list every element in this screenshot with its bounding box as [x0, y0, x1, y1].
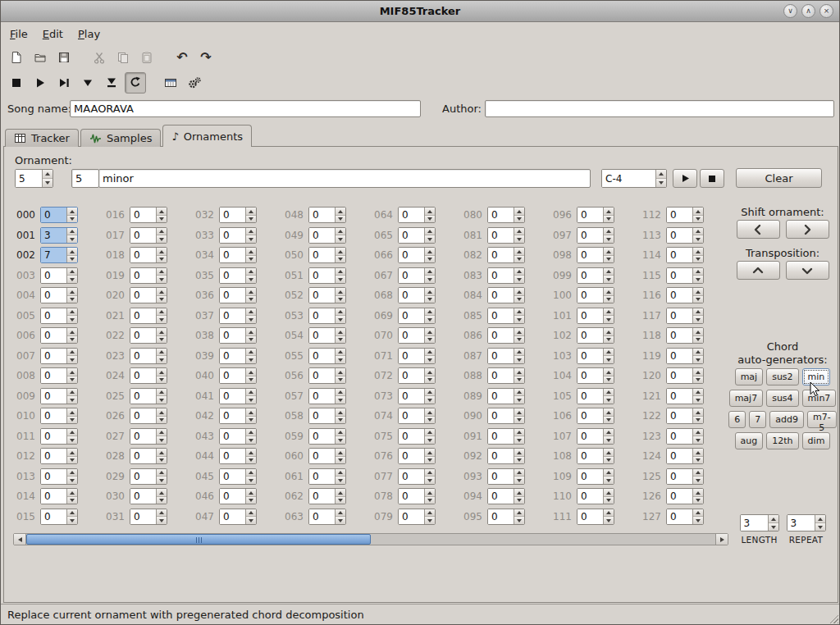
spin-down-button[interactable] — [425, 355, 435, 363]
spin-steppers[interactable] — [424, 509, 435, 524]
spin-steppers[interactable] — [692, 368, 703, 383]
spin-down-button[interactable] — [425, 315, 435, 323]
spin-steppers[interactable] — [335, 469, 345, 484]
spin-up-button[interactable] — [604, 268, 614, 276]
spin-steppers[interactable] — [424, 389, 435, 404]
menu-edit[interactable]: Edit — [35, 25, 71, 43]
step-value-spinbox[interactable]: 0 — [308, 428, 346, 445]
spin-down-button[interactable] — [514, 496, 524, 504]
shade-button[interactable]: ∨ — [783, 4, 797, 18]
spin-steppers[interactable] — [424, 489, 435, 504]
step-value-spinbox[interactable]: 0 — [398, 287, 436, 303]
spin-down-button[interactable] — [246, 335, 256, 344]
spin-down-button[interactable] — [514, 315, 524, 323]
spin-down-button[interactable] — [425, 416, 435, 424]
spin-steppers[interactable] — [245, 288, 256, 303]
spin-steppers[interactable] — [603, 429, 614, 444]
spin-down-button[interactable] — [693, 355, 703, 363]
step-value-spinbox[interactable]: 0 — [487, 488, 525, 504]
step-value-spinbox[interactable]: 0 — [487, 468, 525, 485]
step-value-spinbox[interactable]: 0 — [219, 308, 257, 324]
spin-steppers[interactable] — [655, 170, 666, 187]
spin-steppers[interactable] — [514, 308, 524, 323]
spin-steppers[interactable] — [66, 288, 77, 303]
spin-down-button[interactable] — [514, 275, 524, 283]
spin-steppers[interactable] — [156, 389, 167, 404]
spin-down-button[interactable] — [246, 395, 256, 404]
spin-down-button[interactable] — [514, 476, 524, 484]
step-value-spinbox[interactable]: 0 — [398, 308, 436, 324]
scroll-left-button[interactable] — [14, 534, 26, 545]
step-value-spinbox[interactable]: 0 — [308, 367, 346, 384]
step-value-spinbox[interactable]: 0 — [308, 509, 346, 525]
spin-down-button[interactable] — [693, 235, 703, 243]
spin-down-button[interactable] — [425, 496, 435, 504]
spin-down-button[interactable] — [514, 235, 524, 243]
spin-down-button[interactable] — [425, 275, 435, 283]
play-from-cursor-button[interactable] — [53, 72, 75, 94]
step-value-spinbox[interactable]: 3 — [40, 227, 78, 244]
spin-up-button[interactable] — [425, 408, 435, 416]
spin-steppers[interactable] — [692, 288, 703, 303]
menu-file[interactable]: File — [2, 25, 35, 43]
spin-up-button[interactable] — [815, 515, 825, 522]
step-value-spinbox[interactable]: 0 — [487, 428, 525, 445]
spin-down-button[interactable] — [246, 215, 256, 223]
spin-down-button[interactable] — [336, 255, 345, 263]
spin-up-button[interactable] — [693, 228, 703, 235]
step-value-spinbox[interactable]: 0 — [130, 308, 167, 324]
spin-up-button[interactable] — [425, 208, 435, 215]
chord-button-aug[interactable]: aug — [735, 432, 764, 449]
spin-steppers[interactable] — [335, 328, 345, 343]
spin-down-button[interactable] — [67, 496, 77, 504]
spin-down-button[interactable] — [604, 275, 614, 283]
redo-button[interactable]: ↷ — [195, 47, 217, 68]
length-spinbox[interactable]: 3 — [740, 514, 779, 531]
step-value-spinbox[interactable]: 0 — [577, 488, 614, 504]
chord-button-dim[interactable]: dim — [802, 432, 831, 449]
spin-steppers[interactable] — [424, 308, 435, 323]
spin-up-button[interactable] — [604, 308, 614, 316]
spin-up-button[interactable] — [604, 349, 614, 356]
spin-down-button[interactable] — [67, 235, 77, 243]
spin-down-button[interactable] — [157, 456, 167, 464]
spin-steppers[interactable] — [603, 389, 614, 404]
step-value-spinbox[interactable]: 0 — [130, 227, 167, 244]
spin-down-button[interactable] — [67, 355, 77, 363]
spin-up-button[interactable] — [604, 228, 614, 235]
spin-up-button[interactable] — [336, 328, 345, 335]
spin-up-button[interactable] — [246, 268, 256, 276]
spin-steppers[interactable] — [603, 268, 614, 283]
spin-up-button[interactable] — [514, 208, 524, 215]
spin-up-button[interactable] — [336, 469, 345, 477]
step-value-spinbox[interactable]: 0 — [40, 428, 78, 445]
step-value-spinbox[interactable]: 0 — [487, 287, 525, 303]
spin-steppers[interactable] — [514, 349, 524, 363]
spin-steppers[interactable] — [603, 408, 614, 423]
spin-up-button[interactable] — [693, 288, 703, 295]
new-file-button[interactable] — [6, 47, 27, 68]
spin-up-button[interactable] — [693, 449, 703, 456]
step-value-spinbox[interactable]: 0 — [398, 468, 436, 485]
spin-down-button[interactable] — [157, 315, 167, 323]
step-value-spinbox[interactable]: 0 — [40, 267, 78, 284]
spin-down-button[interactable] — [425, 456, 435, 464]
step-value-spinbox[interactable]: 0 — [398, 367, 436, 384]
spin-steppers[interactable] — [245, 228, 256, 243]
spin-steppers[interactable] — [335, 449, 345, 463]
step-value-spinbox[interactable]: 0 — [666, 468, 704, 485]
step-value-spinbox[interactable]: 0 — [219, 428, 257, 445]
spin-down-button[interactable] — [336, 275, 345, 283]
spin-steppers[interactable] — [692, 228, 703, 243]
spin-up-button[interactable] — [693, 208, 703, 215]
step-value-spinbox[interactable]: 0 — [40, 308, 78, 324]
spin-steppers[interactable] — [424, 328, 435, 343]
spin-up-button[interactable] — [336, 408, 345, 416]
spin-steppers[interactable] — [156, 408, 167, 423]
resize-grip[interactable] — [828, 613, 838, 623]
step-value-spinbox[interactable]: 0 — [219, 327, 257, 344]
spin-up-button[interactable] — [604, 208, 614, 215]
step-value-spinbox[interactable]: 0 — [130, 327, 167, 344]
spin-down-button[interactable] — [693, 416, 703, 424]
spin-down-button[interactable] — [514, 335, 524, 344]
